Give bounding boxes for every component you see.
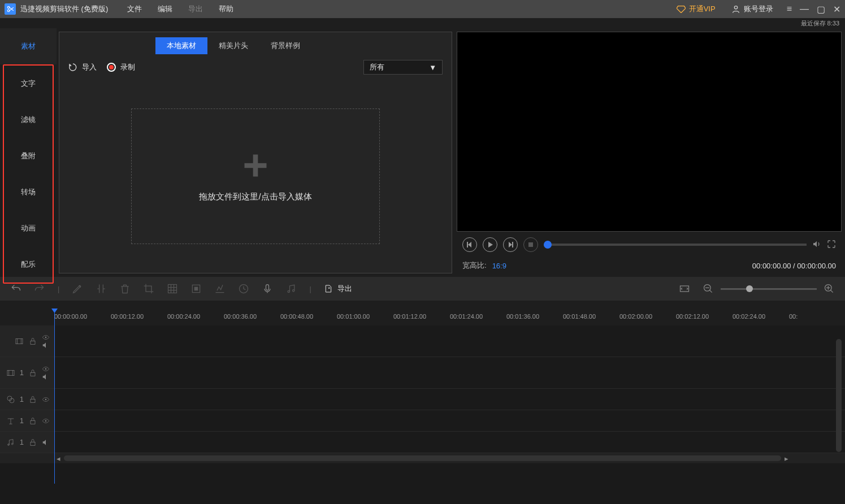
lock-icon[interactable] bbox=[28, 337, 37, 346]
ruler-tick: 00:02:24.00 bbox=[733, 301, 789, 325]
timeline-hscroll[interactable]: ◂ ▸ bbox=[0, 453, 845, 463]
sidebar-item-media[interactable]: 素材 bbox=[0, 28, 57, 64]
track-body[interactable] bbox=[54, 432, 845, 453]
fit-button[interactable] bbox=[679, 283, 690, 294]
vip-label: 开通VIP bbox=[689, 4, 716, 14]
login-label: 账号登录 bbox=[744, 4, 773, 14]
import-row: 导入 录制 所有 ▼ bbox=[59, 55, 452, 80]
svg-point-10 bbox=[293, 290, 294, 292]
voiceover-button[interactable] bbox=[262, 283, 273, 294]
media-panel: 本地素材 精美片头 背景样例 导入 录制 所有 ▼ bbox=[59, 32, 452, 273]
delete-button[interactable] bbox=[119, 283, 131, 294]
ruler-tick: 00:00:12.00 bbox=[111, 301, 167, 325]
menu-edit[interactable]: 编辑 bbox=[150, 4, 180, 14]
track-overlay[interactable]: 1 bbox=[0, 389, 845, 410]
maximize-button[interactable]: ▢ bbox=[817, 4, 825, 15]
split-button[interactable] bbox=[96, 283, 107, 294]
preview-screen[interactable] bbox=[457, 32, 842, 232]
volume-icon[interactable] bbox=[812, 240, 821, 250]
eye-icon[interactable] bbox=[42, 418, 50, 424]
scroll-left-icon[interactable]: ◂ bbox=[57, 454, 60, 463]
speaker-icon[interactable] bbox=[42, 374, 50, 380]
zoom-in-button[interactable] bbox=[824, 283, 835, 294]
speaker-icon[interactable] bbox=[42, 440, 50, 445]
record-button[interactable]: 录制 bbox=[107, 62, 135, 72]
next-frame-button[interactable] bbox=[503, 237, 518, 252]
lock-icon[interactable] bbox=[28, 416, 37, 425]
menu-help[interactable]: 帮助 bbox=[211, 4, 241, 14]
speed-button[interactable] bbox=[214, 283, 226, 294]
eye-icon[interactable] bbox=[42, 397, 50, 402]
minimize-button[interactable]: — bbox=[800, 4, 809, 14]
ruler-tick: 00:02:12.00 bbox=[676, 301, 733, 325]
track-body[interactable] bbox=[54, 410, 845, 431]
seek-bar[interactable] bbox=[544, 244, 807, 246]
track-text[interactable]: 1 bbox=[0, 410, 845, 432]
zoom-slider[interactable] bbox=[721, 288, 817, 290]
close-button[interactable]: ✕ bbox=[833, 4, 840, 15]
track-audio[interactable]: 1 bbox=[0, 432, 845, 453]
prev-frame-button[interactable] bbox=[462, 237, 477, 252]
svg-rect-24 bbox=[31, 420, 35, 424]
redo-button[interactable] bbox=[34, 283, 45, 294]
lock-icon[interactable] bbox=[28, 438, 37, 447]
play-button[interactable] bbox=[483, 237, 497, 252]
svg-point-25 bbox=[45, 420, 46, 421]
ruler-tick: 00:00:24.00 bbox=[167, 301, 224, 325]
audio-clip-button[interactable] bbox=[285, 283, 297, 294]
timeline-vscroll[interactable] bbox=[836, 339, 842, 452]
edit-button[interactable] bbox=[72, 283, 83, 294]
zoom-handle[interactable] bbox=[746, 285, 753, 292]
hscroll-thumb[interactable] bbox=[64, 455, 781, 461]
vip-button[interactable]: 开通VIP bbox=[669, 4, 723, 14]
track-head: 1 bbox=[0, 389, 54, 410]
seek-handle[interactable] bbox=[544, 241, 552, 249]
zoom-out-button[interactable] bbox=[703, 283, 714, 294]
speaker-icon[interactable] bbox=[42, 342, 50, 348]
fullscreen-icon[interactable] bbox=[827, 240, 836, 250]
track-video[interactable]: 1 bbox=[0, 357, 845, 389]
stop-button[interactable] bbox=[523, 237, 538, 252]
lock-icon[interactable] bbox=[28, 368, 37, 377]
track-body[interactable] bbox=[54, 357, 845, 388]
export-button[interactable]: 导出 bbox=[324, 284, 352, 294]
media-dropzone[interactable]: 拖放文件到这里/点击导入媒体 bbox=[131, 108, 380, 244]
svg-point-26 bbox=[7, 444, 9, 445]
tab-backgrounds[interactable]: 背景样例 bbox=[259, 37, 311, 54]
crop-button[interactable] bbox=[143, 283, 154, 294]
tracks: 1 1 1 bbox=[0, 325, 845, 453]
zoom-controls bbox=[703, 283, 835, 294]
track-body[interactable] bbox=[54, 389, 845, 410]
tab-local-media[interactable]: 本地素材 bbox=[155, 37, 207, 54]
login-button[interactable]: 账号登录 bbox=[723, 4, 781, 14]
import-button[interactable]: 导入 bbox=[68, 62, 97, 72]
media-filter-select[interactable]: 所有 ▼ bbox=[363, 60, 443, 75]
eye-icon[interactable] bbox=[42, 366, 50, 372]
mosaic-button[interactable] bbox=[167, 283, 178, 294]
eye-icon[interactable] bbox=[42, 334, 50, 340]
timeline-ruler[interactable]: 00:00:00.00 00:00:12.00 00:00:24.00 00:0… bbox=[0, 301, 845, 325]
hamburger-icon[interactable]: ≡ bbox=[787, 4, 792, 14]
scroll-right-icon[interactable]: ▸ bbox=[785, 454, 788, 463]
menu-file[interactable]: 文件 bbox=[119, 4, 150, 14]
preview-info: 宽高比: 16:9 00:00:00.00 / 00:00:00.00 bbox=[457, 258, 842, 273]
ruler-tick: 00:01:48.00 bbox=[563, 301, 619, 325]
sidebar-item-text[interactable]: 文字 bbox=[4, 66, 53, 102]
aspect-label: 宽高比: bbox=[462, 260, 487, 271]
sidebar-item-transition[interactable]: 转场 bbox=[4, 174, 53, 210]
sidebar-item-overlay[interactable]: 叠附 bbox=[4, 138, 53, 174]
undo-button[interactable] bbox=[10, 283, 21, 294]
sidebar-item-filter[interactable]: 滤镜 bbox=[4, 102, 53, 138]
sidebar-item-music[interactable]: 配乐 bbox=[4, 246, 53, 283]
duration-button[interactable] bbox=[238, 283, 249, 294]
lock-icon[interactable] bbox=[28, 395, 37, 404]
sidebar-item-animation[interactable]: 动画 bbox=[4, 210, 53, 246]
track-video-main[interactable] bbox=[0, 325, 845, 357]
track-body[interactable] bbox=[54, 325, 845, 357]
tab-intros[interactable]: 精美片头 bbox=[207, 37, 259, 54]
playhead[interactable] bbox=[54, 312, 55, 484]
menu-export[interactable]: 导出 bbox=[180, 4, 211, 14]
freeze-button[interactable] bbox=[190, 283, 202, 294]
track-index: 1 bbox=[20, 368, 24, 377]
aspect-value[interactable]: 16:9 bbox=[492, 262, 506, 270]
